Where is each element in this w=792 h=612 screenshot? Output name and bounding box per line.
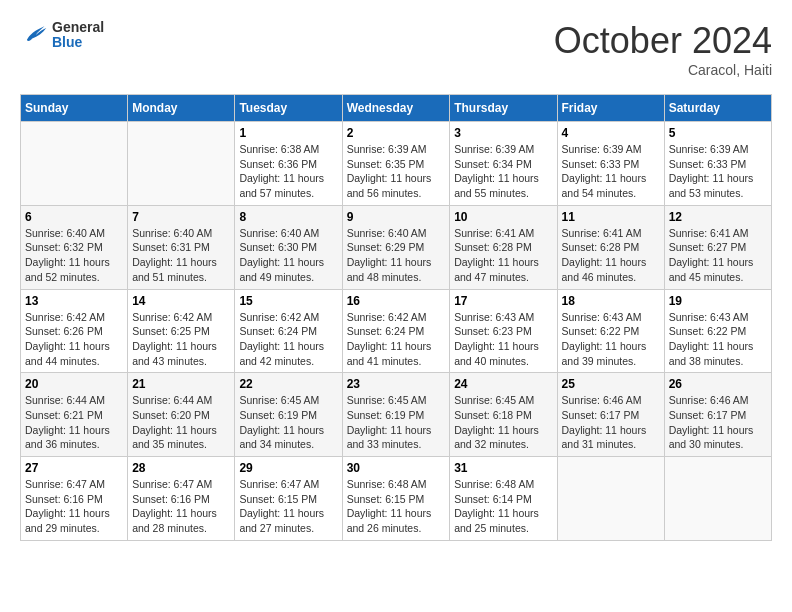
day-number: 5 <box>669 126 767 140</box>
calendar-cell: 25Sunrise: 6:46 AM Sunset: 6:17 PM Dayli… <box>557 373 664 457</box>
day-info: Sunrise: 6:41 AM Sunset: 6:27 PM Dayligh… <box>669 226 767 285</box>
day-number: 19 <box>669 294 767 308</box>
calendar-cell: 26Sunrise: 6:46 AM Sunset: 6:17 PM Dayli… <box>664 373 771 457</box>
calendar-cell: 20Sunrise: 6:44 AM Sunset: 6:21 PM Dayli… <box>21 373 128 457</box>
calendar-cell: 15Sunrise: 6:42 AM Sunset: 6:24 PM Dayli… <box>235 289 342 373</box>
calendar-cell: 19Sunrise: 6:43 AM Sunset: 6:22 PM Dayli… <box>664 289 771 373</box>
day-number: 4 <box>562 126 660 140</box>
day-info: Sunrise: 6:41 AM Sunset: 6:28 PM Dayligh… <box>562 226 660 285</box>
day-info: Sunrise: 6:47 AM Sunset: 6:16 PM Dayligh… <box>132 477 230 536</box>
calendar-header-row: SundayMondayTuesdayWednesdayThursdayFrid… <box>21 95 772 122</box>
day-number: 23 <box>347 377 446 391</box>
calendar-cell: 30Sunrise: 6:48 AM Sunset: 6:15 PM Dayli… <box>342 457 450 541</box>
calendar-week-row: 1Sunrise: 6:38 AM Sunset: 6:36 PM Daylig… <box>21 122 772 206</box>
day-number: 2 <box>347 126 446 140</box>
calendar-cell <box>557 457 664 541</box>
calendar-cell: 5Sunrise: 6:39 AM Sunset: 6:33 PM Daylig… <box>664 122 771 206</box>
day-number: 8 <box>239 210 337 224</box>
day-of-week-tuesday: Tuesday <box>235 95 342 122</box>
calendar-week-row: 6Sunrise: 6:40 AM Sunset: 6:32 PM Daylig… <box>21 205 772 289</box>
day-number: 25 <box>562 377 660 391</box>
calendar-week-row: 13Sunrise: 6:42 AM Sunset: 6:26 PM Dayli… <box>21 289 772 373</box>
day-number: 27 <box>25 461 123 475</box>
day-info: Sunrise: 6:42 AM Sunset: 6:24 PM Dayligh… <box>347 310 446 369</box>
day-of-week-friday: Friday <box>557 95 664 122</box>
day-number: 21 <box>132 377 230 391</box>
logo-text: General Blue <box>52 20 104 51</box>
day-info: Sunrise: 6:42 AM Sunset: 6:25 PM Dayligh… <box>132 310 230 369</box>
day-number: 18 <box>562 294 660 308</box>
day-number: 3 <box>454 126 552 140</box>
day-number: 28 <box>132 461 230 475</box>
day-info: Sunrise: 6:44 AM Sunset: 6:20 PM Dayligh… <box>132 393 230 452</box>
day-info: Sunrise: 6:48 AM Sunset: 6:15 PM Dayligh… <box>347 477 446 536</box>
day-info: Sunrise: 6:39 AM Sunset: 6:35 PM Dayligh… <box>347 142 446 201</box>
calendar-cell: 18Sunrise: 6:43 AM Sunset: 6:22 PM Dayli… <box>557 289 664 373</box>
day-number: 20 <box>25 377 123 391</box>
day-number: 15 <box>239 294 337 308</box>
page-header: General Blue October 2024 Caracol, Haiti <box>20 20 772 78</box>
day-info: Sunrise: 6:40 AM Sunset: 6:31 PM Dayligh… <box>132 226 230 285</box>
calendar-cell: 2Sunrise: 6:39 AM Sunset: 6:35 PM Daylig… <box>342 122 450 206</box>
calendar-cell: 27Sunrise: 6:47 AM Sunset: 6:16 PM Dayli… <box>21 457 128 541</box>
day-number: 10 <box>454 210 552 224</box>
day-info: Sunrise: 6:38 AM Sunset: 6:36 PM Dayligh… <box>239 142 337 201</box>
day-info: Sunrise: 6:47 AM Sunset: 6:15 PM Dayligh… <box>239 477 337 536</box>
day-of-week-saturday: Saturday <box>664 95 771 122</box>
day-info: Sunrise: 6:39 AM Sunset: 6:33 PM Dayligh… <box>562 142 660 201</box>
calendar-cell <box>664 457 771 541</box>
calendar-cell <box>128 122 235 206</box>
day-info: Sunrise: 6:46 AM Sunset: 6:17 PM Dayligh… <box>562 393 660 452</box>
calendar-week-row: 20Sunrise: 6:44 AM Sunset: 6:21 PM Dayli… <box>21 373 772 457</box>
day-number: 6 <box>25 210 123 224</box>
calendar-cell: 8Sunrise: 6:40 AM Sunset: 6:30 PM Daylig… <box>235 205 342 289</box>
logo: General Blue <box>20 20 104 51</box>
calendar-cell: 3Sunrise: 6:39 AM Sunset: 6:34 PM Daylig… <box>450 122 557 206</box>
day-info: Sunrise: 6:40 AM Sunset: 6:29 PM Dayligh… <box>347 226 446 285</box>
day-number: 1 <box>239 126 337 140</box>
calendar-cell: 14Sunrise: 6:42 AM Sunset: 6:25 PM Dayli… <box>128 289 235 373</box>
location: Caracol, Haiti <box>554 62 772 78</box>
logo-bird-icon <box>20 21 48 49</box>
day-info: Sunrise: 6:43 AM Sunset: 6:22 PM Dayligh… <box>669 310 767 369</box>
calendar-cell: 13Sunrise: 6:42 AM Sunset: 6:26 PM Dayli… <box>21 289 128 373</box>
calendar-cell: 4Sunrise: 6:39 AM Sunset: 6:33 PM Daylig… <box>557 122 664 206</box>
day-of-week-sunday: Sunday <box>21 95 128 122</box>
calendar-cell: 11Sunrise: 6:41 AM Sunset: 6:28 PM Dayli… <box>557 205 664 289</box>
day-number: 17 <box>454 294 552 308</box>
day-info: Sunrise: 6:39 AM Sunset: 6:33 PM Dayligh… <box>669 142 767 201</box>
calendar-cell: 28Sunrise: 6:47 AM Sunset: 6:16 PM Dayli… <box>128 457 235 541</box>
day-number: 30 <box>347 461 446 475</box>
day-number: 14 <box>132 294 230 308</box>
day-of-week-thursday: Thursday <box>450 95 557 122</box>
month-title: October 2024 <box>554 20 772 62</box>
day-info: Sunrise: 6:46 AM Sunset: 6:17 PM Dayligh… <box>669 393 767 452</box>
day-info: Sunrise: 6:43 AM Sunset: 6:22 PM Dayligh… <box>562 310 660 369</box>
day-number: 31 <box>454 461 552 475</box>
day-info: Sunrise: 6:45 AM Sunset: 6:19 PM Dayligh… <box>239 393 337 452</box>
calendar-cell: 22Sunrise: 6:45 AM Sunset: 6:19 PM Dayli… <box>235 373 342 457</box>
day-of-week-monday: Monday <box>128 95 235 122</box>
day-info: Sunrise: 6:47 AM Sunset: 6:16 PM Dayligh… <box>25 477 123 536</box>
calendar-cell: 9Sunrise: 6:40 AM Sunset: 6:29 PM Daylig… <box>342 205 450 289</box>
calendar-cell: 17Sunrise: 6:43 AM Sunset: 6:23 PM Dayli… <box>450 289 557 373</box>
calendar-week-row: 27Sunrise: 6:47 AM Sunset: 6:16 PM Dayli… <box>21 457 772 541</box>
day-number: 12 <box>669 210 767 224</box>
day-number: 13 <box>25 294 123 308</box>
day-info: Sunrise: 6:48 AM Sunset: 6:14 PM Dayligh… <box>454 477 552 536</box>
calendar-cell: 23Sunrise: 6:45 AM Sunset: 6:19 PM Dayli… <box>342 373 450 457</box>
day-number: 16 <box>347 294 446 308</box>
day-info: Sunrise: 6:41 AM Sunset: 6:28 PM Dayligh… <box>454 226 552 285</box>
day-info: Sunrise: 6:40 AM Sunset: 6:30 PM Dayligh… <box>239 226 337 285</box>
calendar-cell: 10Sunrise: 6:41 AM Sunset: 6:28 PM Dayli… <box>450 205 557 289</box>
title-block: October 2024 Caracol, Haiti <box>554 20 772 78</box>
day-info: Sunrise: 6:40 AM Sunset: 6:32 PM Dayligh… <box>25 226 123 285</box>
logo-general: General <box>52 20 104 35</box>
day-number: 11 <box>562 210 660 224</box>
day-info: Sunrise: 6:45 AM Sunset: 6:18 PM Dayligh… <box>454 393 552 452</box>
logo-blue: Blue <box>52 35 104 50</box>
day-number: 9 <box>347 210 446 224</box>
day-info: Sunrise: 6:43 AM Sunset: 6:23 PM Dayligh… <box>454 310 552 369</box>
calendar-cell: 24Sunrise: 6:45 AM Sunset: 6:18 PM Dayli… <box>450 373 557 457</box>
day-info: Sunrise: 6:44 AM Sunset: 6:21 PM Dayligh… <box>25 393 123 452</box>
